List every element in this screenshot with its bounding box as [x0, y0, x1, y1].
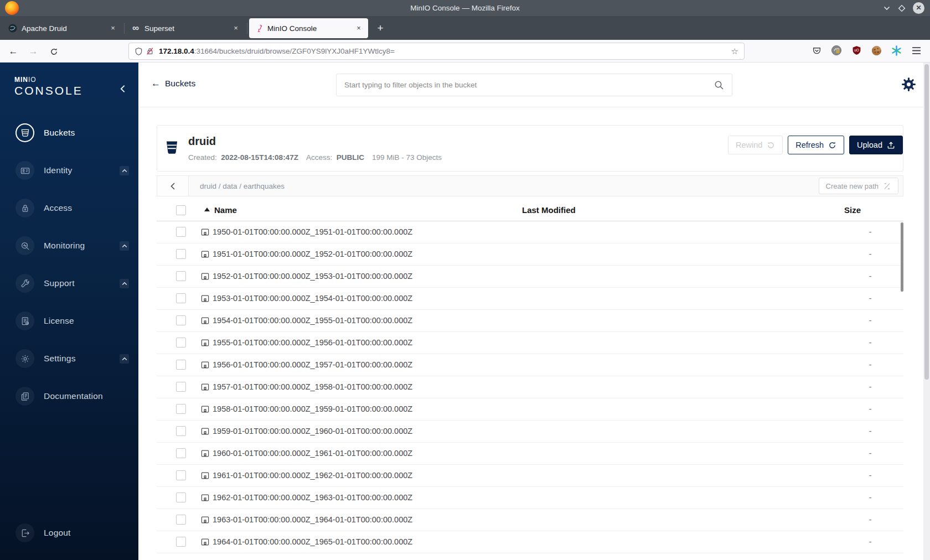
chevron-up-icon[interactable] [120, 241, 129, 251]
search-input[interactable] [337, 81, 714, 89]
extension-lock-icon[interactable] [830, 44, 843, 56]
sort-ascending-icon[interactable] [204, 208, 210, 211]
firefox-window: MinIO Console — Mozilla Firefox ✕ Apache… [0, 0, 930, 560]
table-row[interactable]: 1955-01-01T00:00:00.000Z_1956-01-01T00:0… [157, 332, 903, 354]
sidebar-item-settings[interactable]: Settings [0, 340, 138, 377]
window-maximize-icon[interactable] [898, 4, 906, 12]
table-row[interactable]: 1951-01-01T00:00:00.000Z_1952-01-01T00:0… [157, 243, 903, 266]
url-path: :31664/buckets/druid/browse/ZGF0YS9lYXJ0… [194, 47, 395, 55]
tab-close-icon[interactable]: × [108, 24, 117, 33]
row-checkbox[interactable] [176, 293, 186, 303]
window-minimize-icon[interactable] [883, 4, 891, 12]
table-row[interactable]: 1961-01-01T00:00:00.000Z_1962-01-01T00:0… [157, 465, 903, 487]
tab-separator [247, 23, 247, 34]
row-checkbox[interactable] [176, 338, 186, 348]
table-scrollbar[interactable] [901, 221, 903, 560]
menu-hamburger-icon[interactable] [910, 44, 922, 56]
sidebar-item-buckets[interactable]: Buckets [0, 114, 138, 152]
column-header-name[interactable]: Name [214, 205, 237, 215]
table-row[interactable]: 1963-01-01T00:00:00.000Z_1964-01-01T00:0… [157, 509, 903, 531]
select-all-checkbox[interactable] [176, 205, 186, 215]
object-prefix-icon [200, 515, 210, 525]
column-header-size[interactable]: Size [844, 205, 861, 215]
browser-tab[interactable]: Apache Druid× [3, 18, 122, 38]
row-checkbox[interactable] [176, 271, 186, 281]
row-checkbox[interactable] [176, 426, 186, 436]
refresh-icon [828, 141, 836, 149]
tab-close-icon[interactable]: × [231, 24, 240, 33]
table-scrollbar-thumb[interactable] [901, 222, 903, 292]
browser-tab[interactable]: ∞Superset× [126, 18, 245, 38]
insecure-lock-icon[interactable] [146, 47, 154, 55]
table-row[interactable]: 1960-01-01T00:00:00.000Z_1961-01-01T00:0… [157, 443, 903, 465]
ublock-icon[interactable]: uO [850, 44, 862, 56]
table-row[interactable]: 1964-01-01T00:00:00.000Z_1965-01-01T00:0… [157, 531, 903, 553]
row-checkbox[interactable] [176, 515, 186, 525]
bookmark-star-icon[interactable]: ☆ [731, 46, 738, 56]
table-row[interactable]: 1958-01-01T00:00:00.000Z_1959-01-01T00:0… [157, 398, 903, 421]
sidebar-item-identity[interactable]: Identity [0, 152, 138, 189]
row-checkbox[interactable] [176, 382, 186, 392]
chevron-up-icon[interactable] [120, 279, 129, 288]
sidebar-item-support[interactable]: Support [0, 265, 138, 302]
table-row[interactable]: 1956-01-01T00:00:00.000Z_1957-01-01T00:0… [157, 354, 903, 376]
bucket-summary-card: druid Created: 2022-08-15T14:08:47Z Acce… [157, 125, 903, 172]
back-button[interactable]: ← [6, 44, 20, 59]
table-row[interactable]: 1962-01-01T00:00:00.000Z_1963-01-01T00:0… [157, 487, 903, 509]
upload-button[interactable]: Upload [849, 136, 903, 154]
reload-button[interactable] [46, 44, 61, 59]
table-row[interactable]: 1959-01-01T00:00:00.000Z_1960-01-01T00:0… [157, 421, 903, 443]
row-checkbox[interactable] [176, 448, 186, 458]
row-checkbox[interactable] [176, 249, 186, 259]
refresh-button[interactable]: Refresh [788, 136, 844, 154]
new-tab-button[interactable]: + [373, 20, 388, 36]
pocket-icon[interactable] [810, 44, 823, 56]
bucket-meta: Created: 2022-08-15T14:08:47Z Access: PU… [188, 153, 442, 162]
minio-favicon [254, 24, 263, 33]
forward-button[interactable]: → [26, 44, 40, 59]
create-new-path-button[interactable]: Create new path [819, 178, 898, 194]
browser-tab[interactable]: MinIO Console× [249, 18, 368, 38]
sidebar-item-access[interactable]: Access [0, 189, 138, 227]
objects-table-body: 1950-01-01T00:00:00.000Z_1951-01-01T00:0… [157, 221, 903, 560]
page-scrollbar-thumb[interactable] [924, 64, 929, 380]
sidebar-item-license[interactable]: License [0, 302, 138, 340]
sidebar-item-monitoring[interactable]: Monitoring [0, 227, 138, 265]
sidebar-collapse-icon[interactable] [120, 85, 126, 93]
rewind-button[interactable]: Rewind [728, 136, 783, 154]
path-back-chevron[interactable] [157, 176, 189, 196]
column-header-last-modified[interactable]: Last Modified [522, 205, 576, 215]
url-bar[interactable]: 172.18.0.4:31664/buckets/druid/browse/ZG… [128, 43, 745, 60]
row-checkbox[interactable] [176, 537, 186, 547]
tab-close-icon[interactable]: × [354, 24, 363, 33]
chevron-up-icon[interactable] [120, 354, 129, 364]
table-row[interactable]: 1953-01-01T00:00:00.000Z_1954-01-01T00:0… [157, 288, 903, 310]
spark-extension-icon[interactable] [890, 44, 902, 56]
support-icon [16, 274, 34, 293]
sidebar-item-label: Support [44, 278, 75, 288]
sidebar-item-documentation[interactable]: Documentation [0, 377, 138, 415]
sidebar-item-label: Buckets [44, 128, 75, 138]
row-checkbox[interactable] [176, 360, 186, 370]
breadcrumb[interactable]: druid / data / earthquakes [200, 176, 285, 196]
row-checkbox[interactable] [176, 315, 186, 325]
page-scrollbar[interactable] [923, 63, 930, 560]
object-prefix-icon [200, 227, 210, 237]
create-path-icon [883, 182, 891, 190]
row-checkbox[interactable] [176, 404, 186, 414]
sidebar-item-logout[interactable]: Logout [0, 514, 138, 552]
sidebar-item-label: Settings [44, 354, 76, 364]
table-row[interactable]: 1954-01-01T00:00:00.000Z_1955-01-01T00:0… [157, 310, 903, 332]
table-row[interactable]: 1950-01-01T00:00:00.000Z_1951-01-01T00:0… [157, 221, 903, 243]
back-to-buckets-link[interactable]: ← Buckets [151, 78, 195, 89]
window-close-icon[interactable]: ✕ [913, 2, 924, 14]
cookie-icon[interactable] [870, 44, 882, 56]
settings-gear-icon[interactable] [901, 77, 916, 92]
row-checkbox[interactable] [176, 227, 186, 237]
table-row[interactable]: 1957-01-01T00:00:00.000Z_1958-01-01T00:0… [157, 376, 903, 398]
row-checkbox[interactable] [176, 470, 186, 480]
row-checkbox[interactable] [176, 492, 186, 502]
chevron-up-icon[interactable] [120, 166, 129, 175]
tracking-shield-icon[interactable] [135, 47, 143, 56]
table-row[interactable]: 1952-01-01T00:00:00.000Z_1953-01-01T00:0… [157, 266, 903, 288]
